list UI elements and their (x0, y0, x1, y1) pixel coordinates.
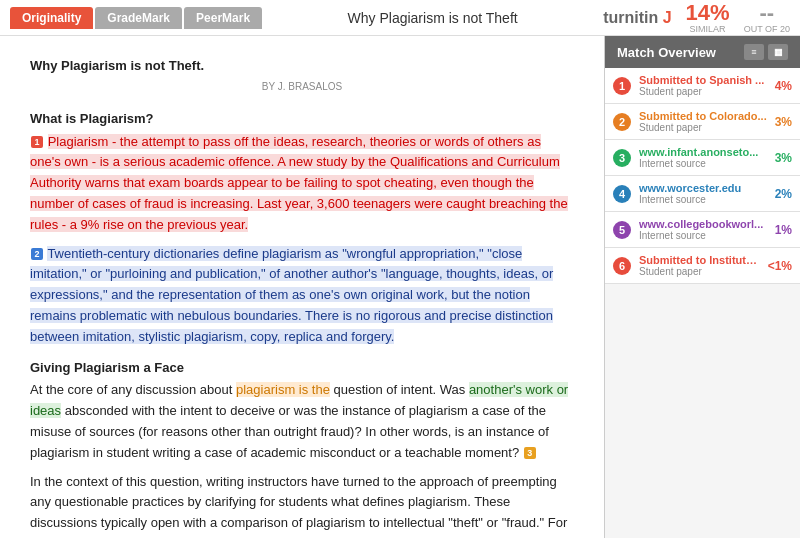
match-source-1: Submitted to Spanish ... (639, 74, 769, 86)
match-pct-5: 1% (775, 223, 792, 237)
doc-author: BY J. BRASALOS (30, 79, 574, 95)
match-type-5: Internet source (639, 230, 769, 241)
doc-title: Why Plagiarism is not Theft. (30, 56, 574, 77)
match-info-1: Submitted to Spanish ... Student paper (639, 74, 769, 97)
sidebar-header-icons: ≡ ▦ (744, 44, 788, 60)
match-item-5[interactable]: 5 www.collegebookworl... Internet source… (605, 212, 800, 248)
match-info-5: www.collegebookworl... Internet source (639, 218, 769, 241)
note-1[interactable]: 1 (31, 136, 43, 148)
note-2[interactable]: 2 (31, 248, 43, 260)
match-number-6: 6 (613, 257, 631, 275)
document-area: Why Plagiarism is not Theft. BY J. BRASA… (0, 36, 605, 538)
sidebar-header: Match Overview ≡ ▦ (605, 36, 800, 68)
section1-heading: What is Plagiarism? (30, 109, 574, 130)
similarity-label: SIMILAR (690, 24, 726, 34)
match-item-1[interactable]: 1 Submitted to Spanish ... Student paper… (605, 68, 800, 104)
similarity-value: 14% (686, 2, 730, 24)
para-4: In the context of this question, writing… (30, 472, 574, 538)
grid-view-icon[interactable]: ▦ (768, 44, 788, 60)
match-pct-1: 4% (775, 79, 792, 93)
match-item-2[interactable]: 2 Submitted to Colorado... Student paper… (605, 104, 800, 140)
match-pct-2: 3% (775, 115, 792, 129)
highlight-2: Twentieth-century dictionaries define pl… (30, 246, 553, 344)
match-number-3: 3 (613, 149, 631, 167)
match-source-6: Submitted to Institute ... (639, 254, 762, 266)
match-info-4: www.worcester.edu Internet source (639, 182, 769, 205)
tab-peermark[interactable]: PeerMark (184, 7, 262, 29)
match-source-3: www.infant.anonseto... (639, 146, 769, 158)
match-source-2: Submitted to Colorado... (639, 110, 769, 122)
match-number-4: 4 (613, 185, 631, 203)
match-source-5: www.collegebookworl... (639, 218, 769, 230)
turnitin-logo: turnitin J (603, 9, 671, 27)
list-view-icon[interactable]: ≡ (744, 44, 764, 60)
match-info-6: Submitted to Institute ... Student paper (639, 254, 762, 277)
app-header: Originality GradeMark PeerMark Why Plagi… (0, 0, 800, 36)
tab-grademark[interactable]: GradeMark (95, 7, 182, 29)
match-type-2: Student paper (639, 122, 769, 133)
match-item-3[interactable]: 3 www.infant.anonseto... Internet source… (605, 140, 800, 176)
header-stats: turnitin J 14% SIMILAR -- OUT OF 20 (603, 2, 790, 34)
similarity-stat: 14% SIMILAR (686, 2, 730, 34)
match-info-3: www.infant.anonseto... Internet source (639, 146, 769, 169)
match-type-4: Internet source (639, 194, 769, 205)
out-of-value: -- (759, 2, 774, 24)
match-number-2: 2 (613, 113, 631, 131)
match-type-1: Student paper (639, 86, 769, 97)
match-info-2: Submitted to Colorado... Student paper (639, 110, 769, 133)
para-1: 1 Plagiarism - the attempt to pass off t… (30, 132, 574, 236)
match-pct-3: 3% (775, 151, 792, 165)
main-area: Why Plagiarism is not Theft. BY J. BRASA… (0, 36, 800, 538)
match-source-4: www.worcester.edu (639, 182, 769, 194)
match-item-4[interactable]: 4 www.worcester.edu Internet source 2% (605, 176, 800, 212)
match-type-6: Student paper (639, 266, 762, 277)
sidebar-header-label: Match Overview (617, 45, 716, 60)
match-type-3: Internet source (639, 158, 769, 169)
match-item-6[interactable]: 6 Submitted to Institute ... Student pap… (605, 248, 800, 284)
para-2: 2 Twentieth-century dictionaries define … (30, 244, 574, 348)
match-pct-4: 2% (775, 187, 792, 201)
out-of-stat: -- OUT OF 20 (744, 2, 790, 34)
document-title: Why Plagiarism is not Theft (262, 10, 603, 26)
match-number-1: 1 (613, 77, 631, 95)
para-3: At the core of any discussion about plag… (30, 380, 574, 463)
section2-heading: Giving Plagiarism a Face (30, 358, 574, 379)
highlight-3a: plagiarism is the (236, 382, 330, 397)
tab-originality[interactable]: Originality (10, 7, 93, 29)
note-3[interactable]: 3 (524, 447, 536, 459)
match-pct-6: <1% (768, 259, 792, 273)
out-of-label: OUT OF 20 (744, 24, 790, 34)
match-number-5: 5 (613, 221, 631, 239)
sidebar: Match Overview ≡ ▦ 1 Submitted to Spanis… (605, 36, 800, 538)
highlight-1: Plagiarism - the attempt to pass off the… (30, 134, 568, 232)
